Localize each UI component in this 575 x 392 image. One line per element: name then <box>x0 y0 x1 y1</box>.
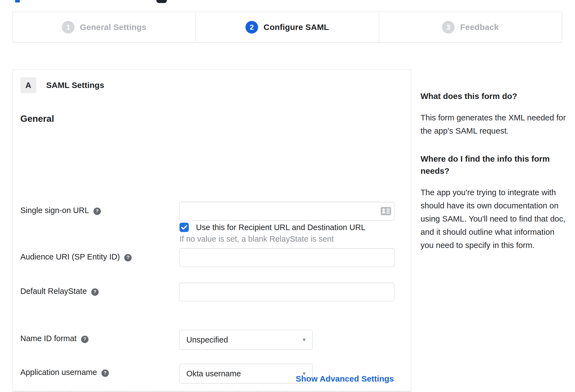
wizard-stepper: 1 General Settings 2 Configure SAML 3 Fe… <box>12 12 562 43</box>
chevron-down-icon: ▾ <box>303 336 306 343</box>
default-relaystate-input[interactable] <box>179 283 394 301</box>
cutoff-blue-fragment <box>15 0 20 2</box>
name-id-format-label: Name ID format? <box>20 334 89 343</box>
help-panel: What does this form do? This form genera… <box>421 90 569 252</box>
help-icon[interactable]: ? <box>93 208 101 215</box>
step-2-label: Configure SAML <box>264 23 329 32</box>
step-feedback[interactable]: 3 Feedback <box>379 12 562 42</box>
relaystate-hint: If no value is set, a blank RelayState i… <box>179 234 334 244</box>
step-2-circle: 2 <box>245 21 258 34</box>
name-id-format-select[interactable]: Unspecified ▾ <box>179 330 313 350</box>
show-advanced-settings-link[interactable]: Show Advanced Settings <box>296 374 394 383</box>
okta-saml-wizard: 1 General Settings 2 Configure SAML 3 Fe… <box>0 0 575 392</box>
single-sign-on-url-input[interactable] <box>179 202 394 220</box>
help-answer-1: This form generates the XML needed for t… <box>421 111 569 137</box>
section-badge: A <box>20 77 36 93</box>
step-3-label: Feedback <box>460 23 499 32</box>
step-3-circle: 3 <box>442 21 455 34</box>
help-question-2: Where do I find the info this form needs… <box>421 153 569 177</box>
application-username-label: Application username? <box>20 368 109 377</box>
step-1-circle: 1 <box>62 21 74 34</box>
audience-uri-input[interactable] <box>179 248 394 267</box>
help-question-1: What does this form do? <box>421 90 569 102</box>
help-icon[interactable]: ? <box>91 288 99 296</box>
group-title-general: General <box>20 114 54 124</box>
contact-card-icon[interactable] <box>380 206 392 216</box>
audience-uri-label: Audience URI (SP Entity ID)? <box>20 252 132 261</box>
help-answer-2: The app you're trying to integrate with … <box>421 186 569 252</box>
recipient-url-checkbox[interactable] <box>179 223 189 232</box>
application-username-value: Okta username <box>186 369 241 378</box>
help-icon[interactable]: ? <box>101 369 109 377</box>
name-id-format-value: Unspecified <box>186 335 228 344</box>
recipient-url-checkbox-label: Use this for Recipient URL and Destinati… <box>196 223 365 232</box>
step-general-settings[interactable]: 1 General Settings <box>13 12 195 42</box>
default-relaystate-label: Default RelayState? <box>20 287 99 296</box>
cutoff-dark-fragment <box>156 0 167 3</box>
step-configure-saml[interactable]: 2 Configure SAML <box>195 12 378 42</box>
check-icon <box>181 225 187 230</box>
section-title: SAML Settings <box>46 77 104 93</box>
help-icon[interactable]: ? <box>81 336 89 343</box>
application-username-select[interactable]: Okta username ▾ <box>179 364 313 383</box>
saml-settings-card: A SAML Settings General Single sign-on U… <box>12 69 411 392</box>
step-1-label: General Settings <box>80 23 146 32</box>
help-icon[interactable]: ? <box>124 254 132 261</box>
recipient-url-checkbox-row: Use this for Recipient URL and Destinati… <box>179 223 365 232</box>
single-sign-on-url-label: Single sign-on URL? <box>20 206 101 215</box>
